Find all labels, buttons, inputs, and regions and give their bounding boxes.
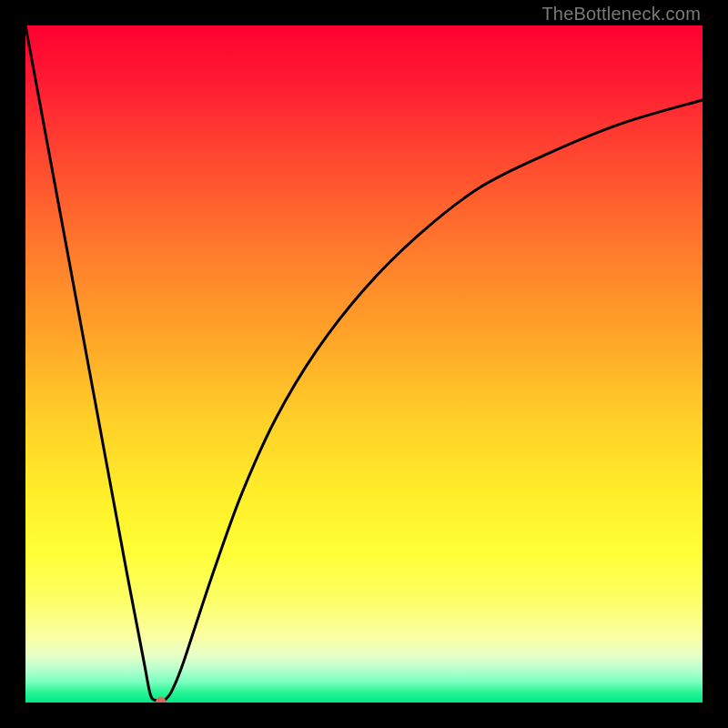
watermark-text: TheBottleneck.com — [541, 4, 701, 25]
plot-area — [25, 25, 703, 703]
bottleneck-curve — [25, 25, 703, 703]
optimal-point-marker — [156, 697, 167, 703]
chart-curve-svg — [25, 25, 703, 703]
chart-frame: TheBottleneck.com — [0, 0, 728, 728]
